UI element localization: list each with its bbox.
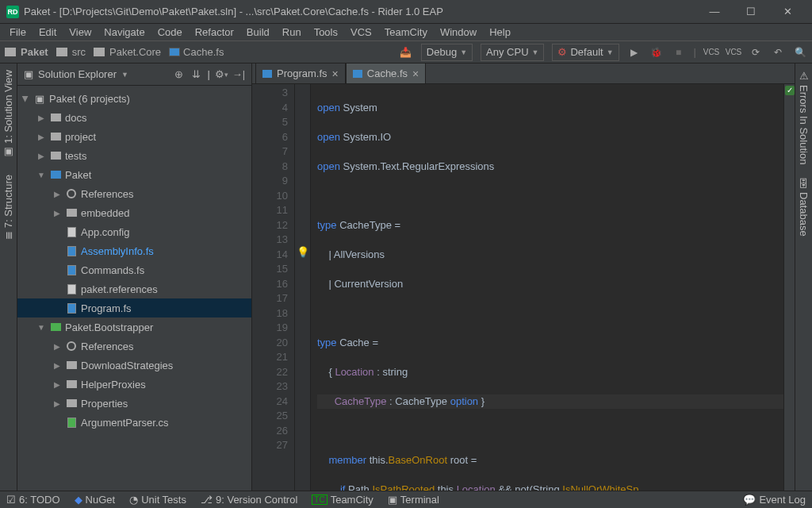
node-label: Paket xyxy=(65,169,91,181)
breadcrumb[interactable]: Paket xyxy=(5,46,48,58)
editor-icon-gutter: 💡 xyxy=(295,84,311,491)
tree-root[interactable]: ▶▣Paket (6 projects) xyxy=(17,89,251,108)
platform-select[interactable]: Any CPU▼ xyxy=(481,44,544,61)
chevron-icon[interactable]: ▶ xyxy=(36,114,46,122)
scroll-from-source-icon[interactable]: ⊕ xyxy=(173,68,186,81)
tab-program-fs[interactable]: Program.fs× xyxy=(255,63,346,83)
terminal-tab[interactable]: ▣Terminal xyxy=(388,494,439,506)
lightbulb-icon[interactable]: 💡 xyxy=(295,246,310,258)
undo-icon[interactable]: ↶ xyxy=(771,45,785,60)
chevron-icon[interactable]: ▶ xyxy=(52,380,62,389)
collapse-all-icon[interactable]: ⇊ xyxy=(190,68,203,81)
chevron-icon[interactable]: ▼ xyxy=(36,171,46,179)
node-label: References xyxy=(81,341,133,352)
teamcity-tab[interactable]: TCTeamCity xyxy=(312,494,373,506)
menu-edit[interactable]: Edit xyxy=(34,25,61,40)
settings-icon[interactable]: ⚙▾ xyxy=(215,68,228,81)
vcs-commit-button[interactable]: VCS xyxy=(726,45,741,60)
structure-tab[interactable]: ≣7: Structure xyxy=(1,171,16,243)
tree-row[interactable]: ▶docs xyxy=(17,108,251,127)
menu-run[interactable]: Run xyxy=(278,25,306,40)
tree-row[interactable]: ▶References xyxy=(17,337,251,356)
node-icon xyxy=(49,171,62,179)
errors-tab[interactable]: ⚠Errors In Solution xyxy=(796,67,811,167)
tree-row[interactable]: ▶HelperProxies xyxy=(17,375,251,394)
navbar: Paket src Paket.Core Cache.fs 📥 Debug▼ A… xyxy=(0,41,812,64)
menu-code[interactable]: Code xyxy=(153,25,187,40)
build-config-select[interactable]: Debug▼ xyxy=(421,44,473,61)
tree-row[interactable]: ▶DownloadStrategies xyxy=(17,356,251,375)
node-label: HelperProxies xyxy=(81,379,146,391)
close-tab-icon[interactable]: × xyxy=(412,67,419,80)
close-button[interactable]: ✕ xyxy=(769,0,806,24)
tree-row[interactable]: ▶Properties xyxy=(17,394,251,413)
tree-row[interactable]: ▼Paket xyxy=(17,165,251,184)
database-tab[interactable]: 🗄Database xyxy=(796,175,811,240)
unit-tests-tab[interactable]: ◔Unit Tests xyxy=(129,494,186,506)
chevron-icon[interactable]: ▼ xyxy=(36,323,46,332)
breadcrumb[interactable]: src xyxy=(56,46,86,58)
tree-row[interactable]: ▶project xyxy=(17,127,251,146)
chevron-icon[interactable]: ▶ xyxy=(52,209,62,217)
search-icon[interactable]: 🔍 xyxy=(793,45,807,60)
run-button[interactable]: ▶ xyxy=(627,45,642,60)
close-tab-icon[interactable]: × xyxy=(332,67,339,80)
chevron-icon[interactable]: ▶ xyxy=(52,342,62,351)
chevron-icon[interactable]: ▶ xyxy=(36,152,46,160)
tab-cache-fs[interactable]: Cache.fs× xyxy=(346,63,427,83)
solution-explorer-panel: ▣Solution Explorer▼ ⊕ ⇊ | ⚙▾ →| ▶▣Paket … xyxy=(17,64,252,491)
breadcrumb[interactable]: Cache.fs xyxy=(169,46,224,58)
version-control-tab[interactable]: ⎇9: Version Control xyxy=(201,494,297,506)
vcs-update-button[interactable]: VCS xyxy=(704,45,718,60)
chevron-icon[interactable]: ▶ xyxy=(52,361,62,370)
menu-teamcity[interactable]: TeamCity xyxy=(380,25,432,40)
tree-row[interactable]: Program.fs xyxy=(17,298,251,318)
tree-row[interactable]: Commands.fs xyxy=(17,260,251,279)
menu-window[interactable]: Window xyxy=(435,25,481,40)
node-label: Commands.fs xyxy=(81,264,144,276)
tree-row[interactable]: ▼Paket.Bootstrapper xyxy=(17,318,251,337)
minimize-button[interactable]: — xyxy=(696,0,733,24)
menu-vcs[interactable]: VCS xyxy=(346,25,377,40)
build-icon[interactable]: 📥 xyxy=(399,45,413,60)
stop-button[interactable]: ■ xyxy=(672,45,686,60)
explorer-header: ▣Solution Explorer▼ ⊕ ⇊ | ⚙▾ →| xyxy=(17,64,251,86)
menu-navigate[interactable]: Navigate xyxy=(99,25,149,40)
editor-tabs: Program.fs× Cache.fs× xyxy=(252,64,795,84)
maximize-button[interactable]: ☐ xyxy=(733,0,769,24)
chevron-icon[interactable]: ▶ xyxy=(36,133,46,141)
chevron-icon[interactable]: ▶ xyxy=(52,399,62,408)
tree-row[interactable]: ▶References xyxy=(17,184,251,203)
menu-help[interactable]: Help xyxy=(485,25,515,40)
tree-row[interactable]: App.config xyxy=(17,222,251,241)
event-log-tab[interactable]: 💬Event Log xyxy=(743,494,806,506)
run-config-select[interactable]: ⚙Default▼ xyxy=(552,44,619,61)
solution-tree: ▶▣Paket (6 projects) ▶docs▶project▶tests… xyxy=(17,86,251,491)
fsharp-file-icon xyxy=(169,48,180,56)
sync-icon[interactable]: ⟳ xyxy=(749,45,763,60)
bottom-toolwindow-bar: ☑6: TODO ◆NuGet ◔Unit Tests ⎇9: Version … xyxy=(0,491,812,508)
tree-row[interactable]: ▶tests xyxy=(17,146,251,165)
code-editor[interactable]: open System open System.IO open System.T… xyxy=(311,84,783,491)
tree-row[interactable]: AssemblyInfo.fs xyxy=(17,241,251,260)
node-label: App.config xyxy=(81,226,129,238)
tree-row[interactable]: ArgumentParser.cs xyxy=(17,413,251,432)
chevron-icon[interactable]: ▶ xyxy=(52,190,62,198)
solution-view-tab[interactable]: ▣1: Solution View xyxy=(1,67,16,162)
hide-icon[interactable]: →| xyxy=(232,68,245,81)
menu-file[interactable]: File xyxy=(5,25,31,40)
explorer-title: Solution Explorer xyxy=(38,68,117,80)
menu-refactor[interactable]: Refactor xyxy=(190,25,239,40)
todo-tab[interactable]: ☑6: TODO xyxy=(6,494,60,506)
menu-build[interactable]: Build xyxy=(242,25,274,40)
debug-button[interactable]: 🐞 xyxy=(649,45,664,60)
menu-view[interactable]: View xyxy=(64,25,96,40)
tree-row[interactable]: ▶embedded xyxy=(17,203,251,222)
breadcrumb[interactable]: Paket.Core xyxy=(94,46,161,58)
error-stripe[interactable]: ✓ xyxy=(783,84,795,491)
solution-icon: ▣ xyxy=(33,93,46,105)
nuget-tab[interactable]: ◆NuGet xyxy=(75,494,116,506)
editor-area: Program.fs× Cache.fs× 345678910111213141… xyxy=(252,64,795,491)
tree-row[interactable]: paket.references xyxy=(17,279,251,298)
menu-tools[interactable]: Tools xyxy=(309,25,343,40)
